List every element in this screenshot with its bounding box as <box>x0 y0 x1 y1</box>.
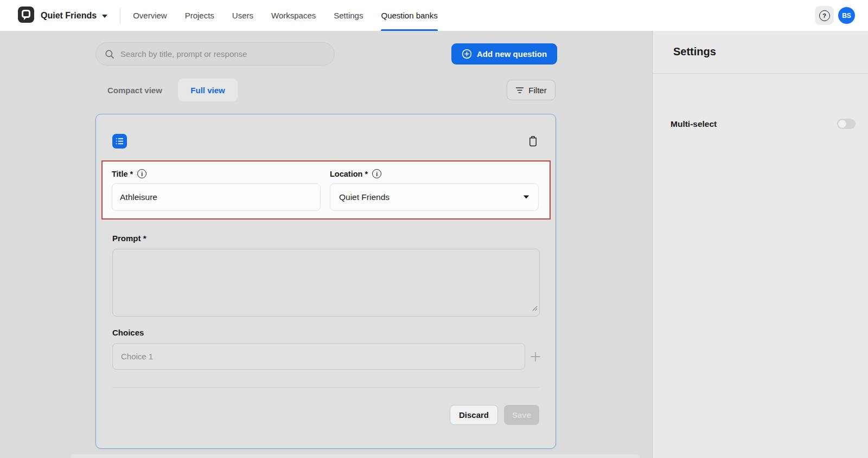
prompt-label: Prompt * <box>112 234 146 243</box>
question-editor-card: Title * i Location * i Quiet Friends P <box>95 114 556 449</box>
prompt-field-wrap <box>112 249 540 317</box>
org-switcher[interactable]: Quiet Friends <box>41 11 108 21</box>
add-new-question-label: Add new question <box>477 49 547 59</box>
plus-icon <box>529 351 541 363</box>
top-navigation-bar: Quiet Friends Overview Projects Users Wo… <box>0 0 868 31</box>
question-type-button[interactable] <box>112 134 127 149</box>
location-label-row: Location * i <box>330 169 539 178</box>
toggle-knob <box>838 120 846 128</box>
search-input[interactable] <box>120 49 326 59</box>
location-field-group: Location * i Quiet Friends <box>330 169 539 211</box>
nav-item-settings[interactable]: Settings <box>334 0 363 31</box>
settings-panel-title: Settings <box>673 46 716 58</box>
tab-compact-view[interactable]: Compact view <box>107 79 162 101</box>
settings-panel-divider <box>653 73 868 74</box>
location-select[interactable]: Quiet Friends <box>330 183 539 211</box>
settings-panel: Settings Multi-select <box>652 31 868 458</box>
filter-button[interactable]: Filter <box>507 80 556 100</box>
choices-label: Choices <box>112 328 144 337</box>
question-mark-icon: ? <box>819 10 830 21</box>
trash-icon <box>528 136 538 147</box>
app-logo[interactable] <box>18 7 34 25</box>
bulleted-list-icon <box>116 138 124 145</box>
main-nav: Overview Projects Users Workspaces Setti… <box>133 0 438 31</box>
caret-down-icon <box>523 195 529 199</box>
filter-lines-icon <box>515 87 524 94</box>
help-button[interactable]: ? <box>815 6 834 25</box>
location-label: Location * <box>330 170 368 178</box>
search-icon <box>105 49 114 59</box>
add-choice-button[interactable] <box>529 351 541 363</box>
title-field-group: Title * i <box>112 169 321 211</box>
next-card-peek <box>71 454 640 458</box>
title-input[interactable] <box>112 183 321 211</box>
nav-item-overview[interactable]: Overview <box>133 0 167 31</box>
add-new-question-button[interactable]: Add new question <box>451 43 557 64</box>
multi-select-label: Multi-select <box>671 119 717 129</box>
header-right-cluster: ? BS <box>815 6 855 25</box>
title-label: Title * <box>112 170 133 178</box>
nav-item-workspaces[interactable]: Workspaces <box>271 0 316 31</box>
multi-select-setting-row: Multi-select <box>671 119 856 129</box>
header-divider <box>120 8 120 24</box>
info-icon[interactable]: i <box>137 169 146 178</box>
nav-item-users[interactable]: Users <box>232 0 253 31</box>
choice-1-input[interactable] <box>112 343 525 370</box>
filter-label: Filter <box>528 86 546 95</box>
delete-question-button[interactable] <box>527 135 539 147</box>
user-avatar[interactable]: BS <box>838 7 855 24</box>
multi-select-toggle[interactable] <box>837 119 856 129</box>
nav-item-projects[interactable]: Projects <box>185 0 214 31</box>
save-button[interactable]: Save <box>504 405 539 425</box>
chevron-down-icon <box>101 11 108 21</box>
org-name: Quiet Friends <box>41 11 97 21</box>
annotation-highlight-box: Title * i Location * i Quiet Friends <box>101 160 551 220</box>
search-bar <box>95 42 335 66</box>
location-select-value: Quiet Friends <box>339 192 390 202</box>
app-root: Quiet Friends Overview Projects Users Wo… <box>0 0 868 458</box>
resize-handle-icon[interactable] <box>532 304 538 313</box>
card-footer-divider <box>112 387 540 388</box>
chat-bubble-logo-icon <box>18 7 34 25</box>
prompt-textarea[interactable] <box>112 249 540 317</box>
plus-circle-icon <box>462 49 472 59</box>
title-label-row: Title * i <box>112 169 321 178</box>
info-icon[interactable]: i <box>372 169 381 178</box>
nav-item-question-banks[interactable]: Question banks <box>381 0 437 31</box>
discard-button[interactable]: Discard <box>450 405 498 425</box>
tab-full-view[interactable]: Full view <box>178 79 238 101</box>
